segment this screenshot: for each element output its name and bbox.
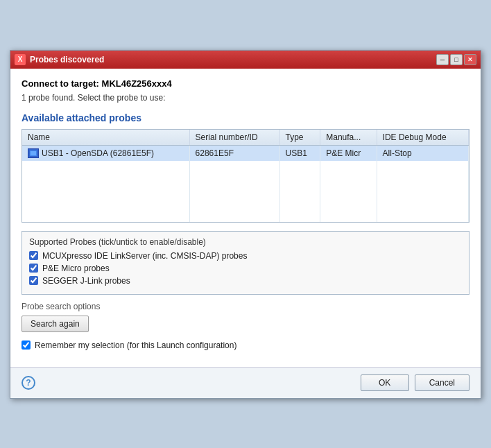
probe-found-message: 1 probe found. Select the probe to use: [21,93,470,103]
supported-probes-label: Supported Probes (tick/untick to enable/… [29,237,462,247]
col-manufacturer: Manufa... [320,130,377,146]
available-probes-heading: Available attached probes [21,112,470,123]
connect-target-title: Connect to target: MKL46Z256xxx4 [21,78,470,89]
col-name: Name [22,130,189,146]
segger-checkbox[interactable] [29,276,38,285]
row-type: USB1 [279,145,320,161]
col-serial: Serial number/ID [189,130,279,146]
remember-row: Remember my selection (for this Launch c… [21,341,470,350]
window-body: Connect to target: MKL46Z256xxx4 1 probe… [10,69,481,367]
col-type: Type [279,130,320,146]
probe-search-label: Probe search options [21,302,470,311]
row-name-cell: USB1 - OpenSDA (62861E5F) [22,145,189,161]
cancel-button[interactable]: Cancel [415,374,470,391]
window-title: Probes discovered [30,55,432,64]
table-header-row: Name Serial number/ID Type Manufa... IDE… [22,130,469,146]
probe-table: Name Serial number/ID Type Manufa... IDE… [22,130,469,222]
main-window: X Probes discovered ─ □ ✕ Connect to tar… [10,50,481,399]
minimize-button[interactable]: ─ [436,54,449,65]
mcuxpresso-checkbox[interactable] [29,251,38,260]
remember-checkbox[interactable] [21,341,31,350]
footer-buttons: OK Cancel [361,374,470,391]
row-ide-debug-mode: All-Stop [377,145,468,161]
row-serial: 62861E5F [189,145,279,161]
window-icon: X [15,54,26,65]
mcuxpresso-label: MCUXpresso IDE LinkServer (inc. CMSIS-DA… [42,251,247,261]
search-again-button[interactable]: Search again [21,316,89,332]
probe-icon [28,148,39,158]
close-button[interactable]: ✕ [464,54,476,65]
supported-probes-box: Supported Probes (tick/untick to enable/… [21,231,470,295]
table-row[interactable] [22,207,469,222]
segger-label: SEGGER J-Link probes [42,276,130,286]
checkbox-mcuxpresso-row: MCUXpresso IDE LinkServer (inc. CMSIS-DA… [29,251,462,261]
maximize-button[interactable]: □ [450,54,463,65]
footer: ? OK Cancel [10,368,481,398]
table-row[interactable]: USB1 - OpenSDA (62861E5F) 62861E5F USB1 … [22,145,469,161]
row-manufacturer: P&E Micr [320,145,377,161]
col-ide-debug: IDE Debug Mode [377,130,468,146]
remember-label: Remember my selection (for this Launch c… [35,341,236,350]
checkbox-segger-row: SEGGER J-Link probes [29,276,462,286]
table-row[interactable] [22,191,469,207]
title-bar: X Probes discovered ─ □ ✕ [10,51,481,69]
probe-table-wrapper: Name Serial number/ID Type Manufa... IDE… [21,129,470,223]
title-controls: ─ □ ✕ [436,54,476,65]
pe-micro-checkbox[interactable] [29,264,38,273]
table-row[interactable] [22,161,469,176]
help-button[interactable]: ? [21,376,35,390]
checkbox-pemicro-row: P&E Micro probes [29,264,462,273]
table-row[interactable] [22,176,469,191]
pe-micro-label: P&E Micro probes [42,264,110,273]
ok-button[interactable]: OK [361,374,409,391]
